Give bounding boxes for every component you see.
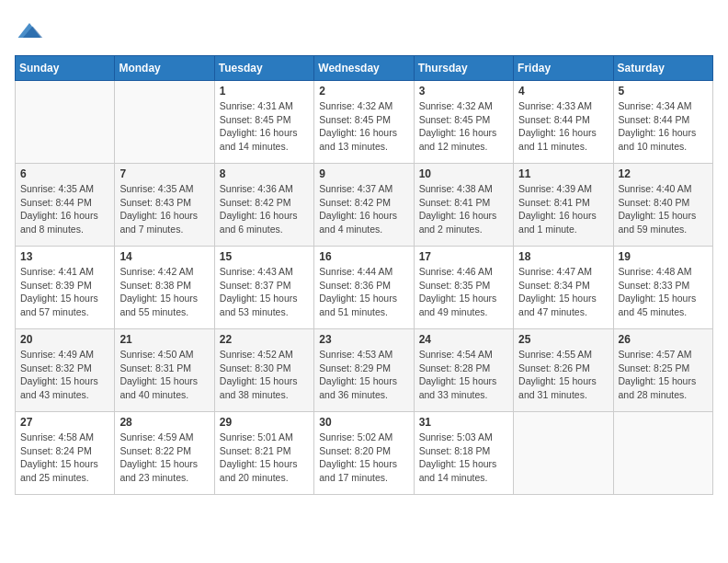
calendar-cell: 29Sunrise: 5:01 AM Sunset: 8:21 PM Dayli…: [214, 412, 313, 495]
calendar-cell: 12Sunrise: 4:40 AM Sunset: 8:40 PM Dayli…: [613, 164, 712, 247]
calendar-cell: 5Sunrise: 4:34 AM Sunset: 8:44 PM Daylig…: [613, 81, 712, 164]
day-info: Sunrise: 4:38 AM Sunset: 8:41 PM Dayligh…: [419, 182, 508, 236]
calendar-cell: 14Sunrise: 4:42 AM Sunset: 8:38 PM Dayli…: [115, 247, 214, 329]
calendar-cell: 9Sunrise: 4:37 AM Sunset: 8:42 PM Daylig…: [314, 164, 414, 247]
day-info: Sunrise: 4:41 AM Sunset: 8:39 PM Dayligh…: [20, 265, 109, 319]
day-number: 13: [20, 250, 109, 263]
day-info: Sunrise: 4:59 AM Sunset: 8:22 PM Dayligh…: [119, 431, 209, 485]
calendar-cell: 13Sunrise: 4:41 AM Sunset: 8:39 PM Dayli…: [16, 247, 115, 329]
calendar-cell: 10Sunrise: 4:38 AM Sunset: 8:41 PM Dayli…: [414, 164, 513, 247]
day-number: 31: [419, 416, 508, 429]
calendar-cell: 4Sunrise: 4:33 AM Sunset: 8:44 PM Daylig…: [514, 81, 613, 164]
day-info: Sunrise: 4:37 AM Sunset: 8:42 PM Dayligh…: [319, 182, 408, 236]
day-number: 17: [419, 250, 508, 263]
calendar-cell: 18Sunrise: 4:47 AM Sunset: 8:34 PM Dayli…: [514, 247, 613, 329]
calendar-cell: 11Sunrise: 4:39 AM Sunset: 8:41 PM Dayli…: [514, 164, 613, 247]
day-info: Sunrise: 4:53 AM Sunset: 8:29 PM Dayligh…: [319, 348, 408, 402]
day-number: 12: [619, 167, 708, 180]
calendar-cell: 26Sunrise: 4:57 AM Sunset: 8:25 PM Dayli…: [613, 329, 712, 412]
day-number: 20: [20, 333, 109, 346]
calendar-cell: 2Sunrise: 4:32 AM Sunset: 8:45 PM Daylig…: [314, 81, 414, 164]
day-info: Sunrise: 5:01 AM Sunset: 8:21 PM Dayligh…: [220, 431, 309, 485]
calendar-week-row: 6Sunrise: 4:35 AM Sunset: 8:44 PM Daylig…: [16, 164, 713, 247]
day-info: Sunrise: 4:48 AM Sunset: 8:33 PM Dayligh…: [619, 265, 708, 319]
calendar-cell: [613, 412, 712, 495]
day-number: 15: [220, 250, 309, 263]
weekday-header: Tuesday: [214, 56, 313, 81]
calendar-cell: 17Sunrise: 4:46 AM Sunset: 8:35 PM Dayli…: [414, 247, 513, 329]
calendar-cell: 23Sunrise: 4:53 AM Sunset: 8:29 PM Dayli…: [314, 329, 414, 412]
calendar-cell: 6Sunrise: 4:35 AM Sunset: 8:44 PM Daylig…: [16, 164, 115, 247]
day-info: Sunrise: 4:49 AM Sunset: 8:32 PM Dayligh…: [20, 348, 109, 402]
day-info: Sunrise: 4:54 AM Sunset: 8:28 PM Dayligh…: [419, 348, 508, 402]
day-number: 29: [220, 416, 309, 429]
day-info: Sunrise: 4:32 AM Sunset: 8:45 PM Dayligh…: [419, 99, 508, 154]
calendar-cell: 30Sunrise: 5:02 AM Sunset: 8:20 PM Dayli…: [314, 412, 414, 495]
calendar-cell: [16, 81, 115, 164]
calendar-cell: 1Sunrise: 4:31 AM Sunset: 8:45 PM Daylig…: [214, 81, 313, 164]
day-info: Sunrise: 4:43 AM Sunset: 8:37 PM Dayligh…: [220, 265, 309, 319]
weekday-header: Friday: [514, 56, 613, 81]
weekday-header: Sunday: [16, 56, 115, 81]
calendar-cell: 24Sunrise: 4:54 AM Sunset: 8:28 PM Dayli…: [414, 329, 513, 412]
day-number: 22: [220, 333, 309, 346]
day-info: Sunrise: 4:36 AM Sunset: 8:42 PM Dayligh…: [220, 182, 309, 236]
weekday-header-row: SundayMondayTuesdayWednesdayThursdayFrid…: [16, 56, 713, 81]
day-info: Sunrise: 4:40 AM Sunset: 8:40 PM Dayligh…: [619, 182, 708, 236]
calendar-week-row: 1Sunrise: 4:31 AM Sunset: 8:45 PM Daylig…: [16, 81, 713, 164]
day-info: Sunrise: 4:35 AM Sunset: 8:43 PM Dayligh…: [119, 182, 209, 236]
day-number: 11: [518, 167, 608, 180]
weekday-header: Monday: [115, 56, 214, 81]
day-info: Sunrise: 4:50 AM Sunset: 8:31 PM Dayligh…: [119, 348, 209, 402]
day-info: Sunrise: 4:32 AM Sunset: 8:45 PM Dayligh…: [319, 99, 408, 154]
day-info: Sunrise: 4:31 AM Sunset: 8:45 PM Dayligh…: [220, 99, 309, 154]
day-info: Sunrise: 4:39 AM Sunset: 8:41 PM Dayligh…: [518, 182, 608, 236]
calendar-week-row: 27Sunrise: 4:58 AM Sunset: 8:24 PM Dayli…: [16, 412, 713, 495]
calendar-cell: 25Sunrise: 4:55 AM Sunset: 8:26 PM Dayli…: [514, 329, 613, 412]
day-info: Sunrise: 5:02 AM Sunset: 8:20 PM Dayligh…: [319, 431, 408, 485]
weekday-header: Saturday: [613, 56, 712, 81]
day-number: 7: [119, 167, 209, 180]
day-number: 26: [619, 333, 708, 346]
calendar-cell: 22Sunrise: 4:52 AM Sunset: 8:30 PM Dayli…: [214, 329, 313, 412]
calendar-cell: 16Sunrise: 4:44 AM Sunset: 8:36 PM Dayli…: [314, 247, 414, 329]
day-info: Sunrise: 4:42 AM Sunset: 8:38 PM Dayligh…: [119, 265, 209, 319]
day-number: 27: [20, 416, 109, 429]
calendar-cell: 7Sunrise: 4:35 AM Sunset: 8:43 PM Daylig…: [115, 164, 214, 247]
day-info: Sunrise: 4:57 AM Sunset: 8:25 PM Dayligh…: [619, 348, 708, 402]
day-number: 23: [319, 333, 408, 346]
calendar-table: SundayMondayTuesdayWednesdayThursdayFrid…: [15, 55, 713, 495]
calendar-cell: 28Sunrise: 4:59 AM Sunset: 8:22 PM Dayli…: [115, 412, 214, 495]
day-info: Sunrise: 4:58 AM Sunset: 8:24 PM Dayligh…: [20, 431, 109, 485]
day-number: 2: [319, 85, 408, 98]
page-header: [15, 15, 713, 44]
day-info: Sunrise: 4:46 AM Sunset: 8:35 PM Dayligh…: [419, 265, 508, 319]
calendar-cell: 3Sunrise: 4:32 AM Sunset: 8:45 PM Daylig…: [414, 81, 513, 164]
day-number: 4: [518, 85, 608, 98]
day-info: Sunrise: 4:47 AM Sunset: 8:34 PM Dayligh…: [518, 265, 608, 319]
day-number: 9: [319, 167, 408, 180]
logo: [15, 15, 48, 44]
day-info: Sunrise: 4:44 AM Sunset: 8:36 PM Dayligh…: [319, 265, 408, 319]
day-number: 18: [518, 250, 608, 263]
day-number: 5: [619, 85, 708, 98]
day-info: Sunrise: 4:55 AM Sunset: 8:26 PM Dayligh…: [518, 348, 608, 402]
day-number: 16: [319, 250, 408, 263]
day-info: Sunrise: 4:34 AM Sunset: 8:44 PM Dayligh…: [619, 99, 708, 154]
weekday-header: Thursday: [414, 56, 513, 81]
calendar-cell: 21Sunrise: 4:50 AM Sunset: 8:31 PM Dayli…: [115, 329, 214, 412]
day-info: Sunrise: 4:35 AM Sunset: 8:44 PM Dayligh…: [20, 182, 109, 236]
day-number: 21: [119, 333, 209, 346]
day-number: 3: [419, 85, 508, 98]
day-number: 25: [518, 333, 608, 346]
day-number: 28: [119, 416, 209, 429]
logo-icon: [15, 15, 44, 44]
calendar-cell: 15Sunrise: 4:43 AM Sunset: 8:37 PM Dayli…: [214, 247, 313, 329]
calendar-cell: 31Sunrise: 5:03 AM Sunset: 8:18 PM Dayli…: [414, 412, 513, 495]
calendar-cell: [115, 81, 214, 164]
day-number: 10: [419, 167, 508, 180]
calendar-cell: [514, 412, 613, 495]
day-number: 8: [220, 167, 309, 180]
day-info: Sunrise: 4:52 AM Sunset: 8:30 PM Dayligh…: [220, 348, 309, 402]
day-number: 14: [119, 250, 209, 263]
